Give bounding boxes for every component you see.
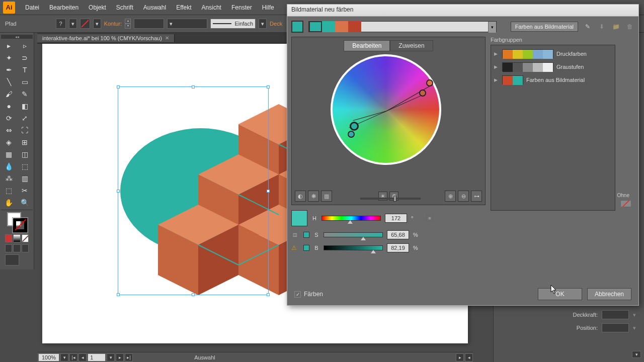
cancel-button[interactable]: Abbrechen: [587, 288, 631, 300]
opacity-link[interactable]: Deck: [270, 21, 282, 27]
line-tool[interactable]: ╲: [1, 76, 17, 88]
color-group-strip[interactable]: ▾: [308, 21, 497, 32]
magic-wand-tool[interactable]: ✦: [1, 52, 17, 64]
eraser-tool[interactable]: ◧: [17, 100, 33, 112]
scroll-left-button[interactable]: ◂: [465, 353, 473, 361]
graph-tool[interactable]: ▥: [17, 172, 33, 185]
s-value[interactable]: 65,68: [387, 230, 409, 239]
slice-tool[interactable]: ✂: [17, 185, 33, 197]
expand-icon[interactable]: ▶: [494, 51, 499, 56]
b-value[interactable]: 82,19: [387, 243, 409, 252]
folder-icon[interactable]: 📁: [611, 22, 620, 31]
colors-from-artwork-button[interactable]: Farben aus Bildmaterial: [511, 22, 578, 32]
b-slider[interactable]: [324, 245, 383, 250]
shape-builder-tool[interactable]: ◈: [1, 136, 17, 148]
free-transform-tool[interactable]: ⛶: [17, 124, 33, 136]
prev-artboard-button[interactable]: ◂: [78, 353, 87, 361]
type-tool[interactable]: T: [17, 64, 33, 76]
position-dropdown[interactable]: [602, 323, 629, 332]
fill-stroke-swatch[interactable]: [7, 212, 27, 232]
artboard-dropdown[interactable]: ▾: [107, 353, 115, 361]
scale-tool[interactable]: ⤢: [17, 112, 33, 124]
blob-brush-tool[interactable]: ●: [1, 100, 17, 112]
status-menu-button[interactable]: ▸: [456, 353, 464, 361]
fill-swatch-control[interactable]: ?: [56, 19, 66, 29]
stroke-style-chevron[interactable]: ▾: [259, 19, 267, 29]
opacity-dropdown[interactable]: [602, 310, 629, 319]
last-artboard-button[interactable]: ▸|: [125, 353, 133, 361]
tint-checkbox-row[interactable]: ✓ Färben: [294, 291, 323, 298]
smooth-wheel-button[interactable]: ◐: [295, 191, 306, 202]
selection-tool[interactable]: ▸: [1, 40, 17, 52]
width-tool[interactable]: ⇔: [1, 124, 17, 136]
expand-icon[interactable]: ▶: [494, 77, 499, 82]
artboard-tool[interactable]: ⬚: [1, 185, 17, 197]
save-group-icon[interactable]: ⬇: [597, 22, 606, 31]
stroke-style-dropdown[interactable]: Einfach: [210, 19, 256, 29]
symbol-sprayer-tool[interactable]: ⁂: [1, 172, 17, 185]
artboard-number-field[interactable]: 1: [88, 353, 106, 361]
slider-menu-icon[interactable]: ≡: [426, 215, 433, 222]
pencil-tool[interactable]: ✎: [17, 88, 33, 100]
perspective-tool[interactable]: ⊞: [17, 136, 33, 148]
edit-group-icon[interactable]: ✎: [583, 22, 592, 31]
draw-mode-buttons[interactable]: [5, 244, 29, 252]
remove-color-button[interactable]: ⊖: [458, 191, 469, 202]
close-tab-icon[interactable]: ✕: [165, 35, 169, 41]
tab-assign[interactable]: Zuweisen: [390, 40, 433, 51]
panel-collapse-arrow[interactable]: ▾: [632, 351, 641, 358]
link-harmony-button[interactable]: ⊶: [471, 191, 482, 202]
screen-mode-button[interactable]: [5, 254, 19, 265]
mesh-tool[interactable]: ▦: [1, 148, 17, 160]
color-group-row[interactable]: ▶ Druckfarben: [493, 47, 613, 60]
stroke-weight-spinner[interactable]: ▴▾: [125, 19, 131, 29]
gradient-tool[interactable]: ◫: [17, 148, 33, 160]
expand-icon[interactable]: ▶: [494, 64, 499, 69]
zoom-field[interactable]: 100%: [38, 353, 59, 361]
tint-checkbox[interactable]: ✓: [294, 291, 301, 298]
toolbar-collapse[interactable]: ◂◂: [1, 35, 33, 39]
zoom-dropdown[interactable]: ▾: [60, 353, 68, 361]
paintbrush-tool[interactable]: 🖌: [1, 88, 17, 100]
first-artboard-button[interactable]: |◂: [69, 353, 77, 361]
add-color-button[interactable]: ⊕: [445, 191, 456, 202]
color-group-row[interactable]: ▶ Graustufen: [493, 60, 613, 73]
direct-selection-tool[interactable]: ▹: [17, 40, 33, 52]
menu-help[interactable]: Hilfe: [257, 2, 279, 13]
color-mode-swatches[interactable]: [5, 234, 29, 242]
add-to-swatches-icon[interactable]: ◫: [291, 231, 298, 238]
document-tab[interactable]: interaktive-farbe.ai* bei 100 % (CMYK/Vo…: [37, 34, 175, 42]
bars-button[interactable]: ▥: [321, 191, 332, 202]
fill-dropdown[interactable]: ▾: [69, 19, 77, 29]
color-wheel[interactable]: [331, 54, 446, 170]
menu-file[interactable]: Datei: [20, 2, 44, 13]
hand-tool[interactable]: ✋: [1, 197, 17, 209]
pen-tool[interactable]: ✒: [1, 64, 17, 76]
next-artboard-button[interactable]: ▸: [116, 353, 124, 361]
group-strip-dropdown[interactable]: ▾: [488, 22, 496, 33]
stroke-dropdown[interactable]: ▾: [93, 19, 101, 29]
menu-view[interactable]: Ansicht: [197, 2, 226, 13]
s-slider[interactable]: [324, 232, 383, 237]
stroke-label-link[interactable]: Kontur:: [104, 21, 122, 27]
stroke-weight-field[interactable]: [134, 19, 164, 29]
lasso-tool[interactable]: ⊃: [17, 52, 33, 64]
h-slider[interactable]: [321, 216, 381, 221]
color-group-row[interactable]: ▶ Farben aus Bildmaterial: [493, 73, 613, 86]
segmented-wheel-button[interactable]: ❋: [308, 191, 319, 202]
eyedropper-tool[interactable]: 💧: [1, 160, 17, 172]
stroke-swatch-control[interactable]: [80, 19, 90, 29]
menu-object[interactable]: Objekt: [84, 2, 111, 13]
current-color-swatch[interactable]: [291, 210, 307, 226]
zoom-tool[interactable]: 🔍: [17, 197, 33, 209]
rectangle-tool[interactable]: ▭: [17, 76, 33, 88]
tab-edit[interactable]: Bearbeiten: [344, 40, 390, 51]
active-color-swatch[interactable]: [291, 21, 303, 33]
blend-tool[interactable]: ⬚: [17, 160, 33, 172]
h-value[interactable]: 172: [385, 214, 407, 223]
menu-type[interactable]: Schrift: [111, 2, 138, 13]
dialog-titlebar[interactable]: Bildmaterial neu färben: [287, 5, 638, 17]
menu-window[interactable]: Fenster: [226, 2, 257, 13]
trash-icon[interactable]: 🗑: [625, 22, 634, 31]
menu-edit[interactable]: Bearbeiten: [44, 2, 84, 13]
